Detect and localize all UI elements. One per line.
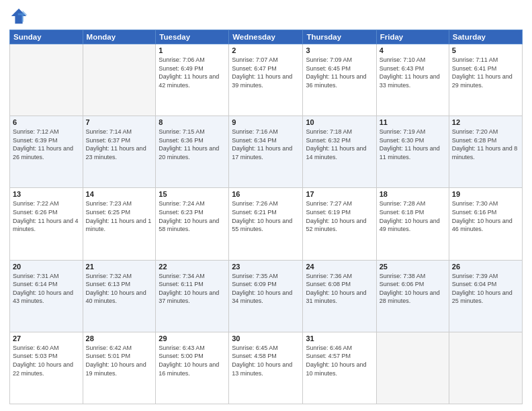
day-number: 19 — [452, 190, 519, 198]
day-info: Sunrise: 7:26 AMSunset: 6:21 PMDaylight:… — [232, 199, 300, 233]
calendar-cell: 20Sunrise: 7:31 AMSunset: 6:14 PMDayligh… — [10, 260, 83, 332]
day-number: 10 — [306, 118, 373, 126]
day-number: 23 — [232, 263, 300, 271]
day-info: Sunrise: 7:14 AMSunset: 6:37 PMDaylight:… — [86, 128, 153, 161]
day-number: 15 — [159, 190, 226, 198]
day-info: Sunrise: 7:06 AMSunset: 6:49 PMDaylight:… — [159, 56, 226, 89]
calendar-week-row: 1Sunrise: 7:06 AMSunset: 6:49 PMDaylight… — [10, 44, 523, 116]
day-info: Sunrise: 7:30 AMSunset: 6:16 PMDaylight:… — [452, 199, 519, 233]
weekday-header: Friday — [376, 30, 449, 44]
calendar-cell: 4Sunrise: 7:10 AMSunset: 6:43 PMDaylight… — [376, 44, 449, 116]
day-info: Sunrise: 7:36 AMSunset: 6:08 PMDaylight:… — [306, 272, 373, 306]
calendar-cell: 26Sunrise: 7:39 AMSunset: 6:04 PMDayligh… — [449, 260, 522, 332]
day-info: Sunrise: 7:31 AMSunset: 6:14 PMDaylight:… — [13, 272, 80, 306]
calendar-cell: 5Sunrise: 7:11 AMSunset: 6:41 PMDaylight… — [449, 44, 522, 116]
day-info: Sunrise: 7:22 AMSunset: 6:26 PMDaylight:… — [13, 199, 80, 233]
day-info: Sunrise: 7:19 AMSunset: 6:30 PMDaylight:… — [380, 128, 446, 161]
calendar-cell — [376, 332, 449, 404]
calendar-cell: 23Sunrise: 7:35 AMSunset: 6:09 PMDayligh… — [229, 260, 303, 332]
calendar-cell: 30Sunrise: 6:45 AMSunset: 4:58 PMDayligh… — [229, 332, 303, 404]
day-info: Sunrise: 7:39 AMSunset: 6:04 PMDaylight:… — [452, 272, 519, 306]
day-info: Sunrise: 6:42 AMSunset: 5:01 PMDaylight:… — [86, 344, 153, 377]
day-number: 20 — [13, 263, 80, 271]
calendar-cell: 15Sunrise: 7:24 AMSunset: 6:23 PMDayligh… — [156, 188, 229, 260]
page: SundayMondayTuesdayWednesdayThursdayFrid… — [0, 0, 532, 411]
calendar-cell: 7Sunrise: 7:14 AMSunset: 6:37 PMDaylight… — [83, 116, 156, 188]
calendar-cell: 18Sunrise: 7:28 AMSunset: 6:18 PMDayligh… — [376, 188, 449, 260]
day-info: Sunrise: 7:27 AMSunset: 6:19 PMDaylight:… — [306, 199, 373, 233]
calendar-cell: 24Sunrise: 7:36 AMSunset: 6:08 PMDayligh… — [303, 260, 376, 332]
weekday-header: Tuesday — [156, 30, 229, 44]
calendar-cell: 29Sunrise: 6:43 AMSunset: 5:00 PMDayligh… — [156, 332, 229, 404]
calendar-cell: 21Sunrise: 7:32 AMSunset: 6:13 PMDayligh… — [83, 260, 156, 332]
calendar-cell: 13Sunrise: 7:22 AMSunset: 6:26 PMDayligh… — [10, 188, 83, 260]
day-info: Sunrise: 7:07 AMSunset: 6:47 PMDaylight:… — [232, 56, 300, 89]
weekday-header-row: SundayMondayTuesdayWednesdayThursdayFrid… — [10, 30, 523, 44]
day-number: 22 — [159, 263, 226, 271]
day-info: Sunrise: 7:20 AMSunset: 6:28 PMDaylight:… — [452, 128, 519, 161]
day-number: 6 — [13, 118, 80, 126]
day-info: Sunrise: 7:10 AMSunset: 6:43 PMDaylight:… — [380, 56, 446, 89]
day-number: 9 — [232, 118, 300, 126]
calendar-cell: 1Sunrise: 7:06 AMSunset: 6:49 PMDaylight… — [156, 44, 229, 116]
day-number: 14 — [86, 190, 153, 198]
day-number: 2 — [232, 46, 300, 54]
day-number: 4 — [380, 46, 446, 54]
day-number: 1 — [159, 46, 226, 54]
day-info: Sunrise: 6:40 AMSunset: 5:03 PMDaylight:… — [13, 344, 80, 377]
calendar-cell: 10Sunrise: 7:18 AMSunset: 6:32 PMDayligh… — [303, 116, 376, 188]
day-number: 31 — [306, 334, 373, 342]
day-number: 11 — [380, 118, 446, 126]
day-info: Sunrise: 7:34 AMSunset: 6:11 PMDaylight:… — [159, 272, 226, 306]
calendar-cell: 19Sunrise: 7:30 AMSunset: 6:16 PMDayligh… — [449, 188, 522, 260]
calendar-week-row: 27Sunrise: 6:40 AMSunset: 5:03 PMDayligh… — [10, 332, 523, 404]
calendar-cell — [449, 332, 522, 404]
calendar-cell: 28Sunrise: 6:42 AMSunset: 5:01 PMDayligh… — [83, 332, 156, 404]
calendar-cell: 14Sunrise: 7:23 AMSunset: 6:25 PMDayligh… — [83, 188, 156, 260]
day-info: Sunrise: 7:16 AMSunset: 6:34 PMDaylight:… — [232, 128, 300, 161]
day-info: Sunrise: 7:15 AMSunset: 6:36 PMDaylight:… — [159, 128, 226, 161]
day-info: Sunrise: 7:35 AMSunset: 6:09 PMDaylight:… — [232, 272, 300, 306]
day-info: Sunrise: 7:38 AMSunset: 6:06 PMDaylight:… — [380, 272, 446, 306]
day-number: 26 — [452, 263, 519, 271]
calendar-cell: 6Sunrise: 7:12 AMSunset: 6:39 PMDaylight… — [10, 116, 83, 188]
day-number: 8 — [159, 118, 226, 126]
day-number: 13 — [13, 190, 80, 198]
calendar-cell: 17Sunrise: 7:27 AMSunset: 6:19 PMDayligh… — [303, 188, 376, 260]
weekday-header: Thursday — [303, 30, 376, 44]
day-info: Sunrise: 6:45 AMSunset: 4:58 PMDaylight:… — [232, 344, 300, 377]
day-number: 21 — [86, 263, 153, 271]
calendar-cell: 11Sunrise: 7:19 AMSunset: 6:30 PMDayligh… — [376, 116, 449, 188]
day-number: 30 — [232, 334, 300, 342]
calendar: SundayMondayTuesdayWednesdayThursdayFrid… — [9, 30, 523, 404]
weekday-header: Monday — [83, 30, 156, 44]
day-number: 5 — [452, 46, 519, 54]
day-info: Sunrise: 7:12 AMSunset: 6:39 PMDaylight:… — [13, 128, 80, 161]
header — [9, 7, 523, 26]
day-number: 17 — [306, 190, 373, 198]
calendar-cell: 25Sunrise: 7:38 AMSunset: 6:06 PMDayligh… — [376, 260, 449, 332]
logo-icon — [9, 7, 28, 26]
day-number: 7 — [86, 118, 153, 126]
calendar-cell: 2Sunrise: 7:07 AMSunset: 6:47 PMDaylight… — [229, 44, 303, 116]
weekday-header: Saturday — [449, 30, 522, 44]
calendar-cell: 22Sunrise: 7:34 AMSunset: 6:11 PMDayligh… — [156, 260, 229, 332]
day-number: 16 — [232, 190, 300, 198]
calendar-cell: 8Sunrise: 7:15 AMSunset: 6:36 PMDaylight… — [156, 116, 229, 188]
day-number: 18 — [380, 190, 446, 198]
day-info: Sunrise: 7:23 AMSunset: 6:25 PMDaylight:… — [86, 199, 153, 233]
day-number: 12 — [452, 118, 519, 126]
logo — [9, 7, 31, 26]
calendar-cell: 31Sunrise: 6:46 AMSunset: 4:57 PMDayligh… — [303, 332, 376, 404]
day-number: 28 — [86, 334, 153, 342]
day-info: Sunrise: 6:43 AMSunset: 5:00 PMDaylight:… — [159, 344, 226, 377]
day-number: 24 — [306, 263, 373, 271]
calendar-cell: 16Sunrise: 7:26 AMSunset: 6:21 PMDayligh… — [229, 188, 303, 260]
calendar-cell: 3Sunrise: 7:09 AMSunset: 6:45 PMDaylight… — [303, 44, 376, 116]
calendar-week-row: 13Sunrise: 7:22 AMSunset: 6:26 PMDayligh… — [10, 188, 523, 260]
calendar-cell: 12Sunrise: 7:20 AMSunset: 6:28 PMDayligh… — [449, 116, 522, 188]
calendar-cell: 9Sunrise: 7:16 AMSunset: 6:34 PMDaylight… — [229, 116, 303, 188]
day-info: Sunrise: 7:24 AMSunset: 6:23 PMDaylight:… — [159, 199, 226, 233]
calendar-cell: 27Sunrise: 6:40 AMSunset: 5:03 PMDayligh… — [10, 332, 83, 404]
day-info: Sunrise: 7:09 AMSunset: 6:45 PMDaylight:… — [306, 56, 373, 89]
